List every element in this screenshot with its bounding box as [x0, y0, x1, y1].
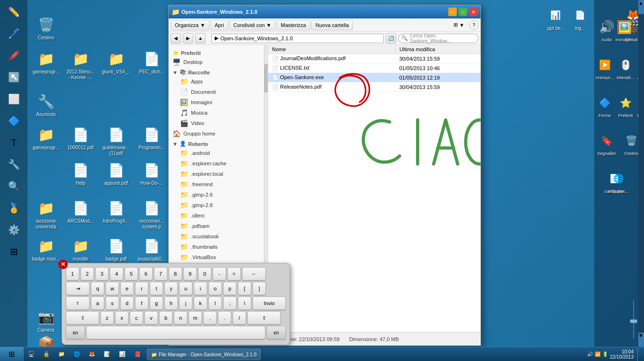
desktop-icon-gameprogr2[interactable]: 📁 gameprogr...: [29, 123, 63, 153]
desktop-icon-gameprogr[interactable]: 📁 gameprogr...: [29, 47, 63, 77]
sidebar-item-thumbnails[interactable]: 📁 .thumbnails: [169, 242, 268, 252]
tray-icon-speaker[interactable]: 🔊: [587, 352, 593, 357]
kb-key-0[interactable]: 0: [198, 267, 211, 280]
minimize-button[interactable]: ─: [448, 8, 457, 16]
kb-key-b[interactable]: b: [159, 311, 172, 325]
maximize-button[interactable]: □: [459, 8, 467, 16]
search-box[interactable]: 🔍 Cerca Open-Sankore_Window...: [398, 34, 479, 43]
kb-key-a[interactable]: a: [91, 297, 104, 310]
desktop-icon-badgemoo[interactable]: 📁 badge moo...: [29, 235, 63, 264]
kb-key-p[interactable]: p: [223, 282, 236, 295]
tray-icon-battery[interactable]: 🔋: [602, 352, 608, 357]
sidebar-tool-grid[interactable]: ⊞: [4, 242, 23, 261]
right-icon-ing[interactable]: 📄 ing...: [568, 4, 592, 33]
kb-key-backslash[interactable]: \: [238, 297, 251, 310]
desktop-icon-stimu[interactable]: 📁 2012-Stimu... - Kennie -...: [64, 47, 97, 82]
tray-icon-network[interactable]: 📶: [595, 352, 600, 357]
sidebar-item-documenti[interactable]: 📄 Documenti: [169, 87, 268, 97]
kb-key-5[interactable]: 5: [125, 267, 138, 280]
sidebar-item-freemind[interactable]: 📁 .freemind: [169, 179, 268, 190]
sidebar-item-desktop[interactable]: 🖥️ Desktop: [169, 57, 268, 67]
start-button[interactable]: ⊞: [0, 347, 24, 361]
kb-key-capslock[interactable]: ⇪: [66, 297, 90, 310]
up-button[interactable]: ▲: [195, 33, 206, 44]
toolbar-nuovacartella[interactable]: Nuova cartella: [311, 20, 353, 30]
desktop-icon-appunti[interactable]: 📄 appunti.pdf: [100, 159, 133, 188]
refresh-button[interactable]: 🔄: [386, 33, 396, 44]
kb-key-tab[interactable]: ⇥: [66, 282, 90, 295]
table-row[interactable]: 📄 JournalDesModifications.pdf 30/04/2013…: [268, 54, 481, 63]
sidebar-item-explorercache[interactable]: 📁 .explorer.cache: [169, 158, 268, 169]
sidebar-item-android[interactable]: 📁 .android: [169, 148, 268, 158]
kb-key-lbracket[interactable]: [: [238, 282, 251, 295]
kb-key-1[interactable]: 1: [66, 267, 79, 280]
sidebar-tool-settings[interactable]: ⚙️: [4, 220, 23, 239]
kb-key-lang-right[interactable]: en: [267, 326, 286, 339]
taskbar-icon-5-area[interactable]: 🦊: [84, 347, 100, 361]
sidebar-item-virtualbox[interactable]: 📁 .VirtualBox: [169, 252, 268, 262]
right-icon-animaz[interactable]: ▶️ Animazi...: [594, 54, 615, 81]
desktop-icon-howdo[interactable]: 📄 How-Do-...: [135, 159, 168, 188]
sidebar-item-scuolabook[interactable]: 📁 .scuolabook: [169, 231, 268, 242]
right-icon-segnalibri[interactable]: 🔖 Segnalibri: [594, 130, 619, 156]
taskbar-icon-6-area[interactable]: 📝: [100, 347, 115, 361]
kb-key-z[interactable]: z: [100, 311, 114, 325]
taskbar-show-desktop[interactable]: 🖥️: [24, 347, 39, 361]
kb-key-s[interactable]: s: [106, 297, 119, 310]
right-icon-forme[interactable]: 🔷 Forme: [594, 92, 615, 118]
clock-display[interactable]: 10:04 22/10/2013: [610, 349, 634, 360]
sidebar-tool-pen[interactable]: 🖊️: [4, 24, 23, 43]
sidebar-item-video[interactable]: 🎬 Video: [169, 118, 268, 128]
close-button[interactable]: ✕: [469, 8, 478, 16]
kb-key-lang-left[interactable]: en: [66, 326, 85, 339]
desktop-icon-intro[interactable]: 📄 IntroProgX...: [100, 197, 133, 226]
sidebar-tool-marker[interactable]: 🖍️: [4, 46, 23, 65]
desktop-icon-cestino[interactable]: 🗑️ Cestino: [29, 13, 63, 43]
desktop-icon-guild[interactable]: 📄 guildresear... (1).pdf: [100, 123, 133, 158]
kb-key-minus[interactable]: -: [213, 267, 226, 280]
kb-key-equals[interactable]: =: [227, 267, 241, 280]
table-row[interactable]: 📄 ReleaseNotes.pdf 30/04/2013 15:59: [268, 82, 481, 92]
back-button[interactable]: ◀: [171, 33, 181, 44]
sidebar-tool-badge[interactable]: 🏅: [4, 199, 23, 217]
taskbar-item-filemanager[interactable]: 📁 File Manager - Open-Sankore_Windows_2.…: [147, 349, 261, 360]
taskbar-icon-8-area[interactable]: 📕: [130, 347, 145, 361]
kb-key-n[interactable]: n: [174, 311, 187, 325]
forward-button[interactable]: ▶: [183, 33, 193, 44]
kb-key-m[interactable]: m: [189, 311, 202, 325]
slider-thumb[interactable]: [630, 319, 637, 323]
kb-key-4[interactable]: 4: [110, 267, 123, 280]
desktop-icon-jnuas[interactable]: 📄 jnuasctalk0...: [135, 235, 168, 264]
kb-key-2[interactable]: 2: [81, 267, 94, 280]
kb-key-h[interactable]: h: [164, 297, 178, 310]
right-icon-ppt-be[interactable]: 📊 .ppt be...: [544, 4, 567, 33]
kb-key-d[interactable]: d: [120, 297, 134, 310]
kb-key-q[interactable]: q: [91, 282, 104, 295]
sidebar-item-gimp28[interactable]: 📁 .gimp-2.8: [169, 200, 268, 210]
desktop-icon-iscr[interactable]: 📁 iscrizione università: [29, 197, 63, 232]
kb-key-i[interactable]: i: [194, 282, 207, 295]
kb-key-space[interactable]: [86, 326, 265, 339]
sidebar-tool-shapes[interactable]: 🔷: [4, 111, 23, 130]
col-ultima-modifica[interactable]: Ultima modifica: [396, 45, 481, 54]
sidebar-item-gimp26[interactable]: 📁 .gimp-2.6: [169, 190, 268, 200]
sidebar-tool-pencil[interactable]: ✏️: [4, 2, 23, 21]
sidebar-item-gruppohome[interactable]: 🏠 Gruppo home: [169, 128, 268, 139]
kb-key-slash[interactable]: /: [233, 311, 246, 325]
sidebar-item-apps[interactable]: 📁 Apps: [169, 76, 268, 87]
kb-key-w[interactable]: w: [106, 282, 119, 295]
sidebar-item-immagini[interactable]: 🖼️ Immagini: [169, 97, 268, 108]
desktop-icon-giunti[interactable]: 📁 giunti_VS4_...: [100, 47, 133, 82]
sidebar-section-roberto[interactable]: ▼ 👤 Roberto: [169, 139, 268, 148]
sidebar-tool-zoom[interactable]: 🔍: [4, 177, 23, 196]
kb-key-k[interactable]: k: [194, 297, 207, 310]
kb-key-shift-right[interactable]: ⇧: [247, 311, 281, 325]
toolbar-view[interactable]: ⊞ ▼: [450, 20, 468, 30]
sidebar-section-preferiti[interactable]: ⭐ Preferiti: [169, 48, 268, 57]
kb-key-e[interactable]: e: [120, 282, 134, 295]
kb-key-backspace[interactable]: ←: [242, 267, 266, 280]
right-icon-preferiti[interactable]: ⭐ Preferiti: [615, 92, 636, 118]
sidebar-tool-text[interactable]: T: [4, 133, 23, 152]
kb-key-rbracket[interactable]: ]: [253, 282, 266, 295]
tray-show-desktop[interactable]: [637, 348, 641, 361]
